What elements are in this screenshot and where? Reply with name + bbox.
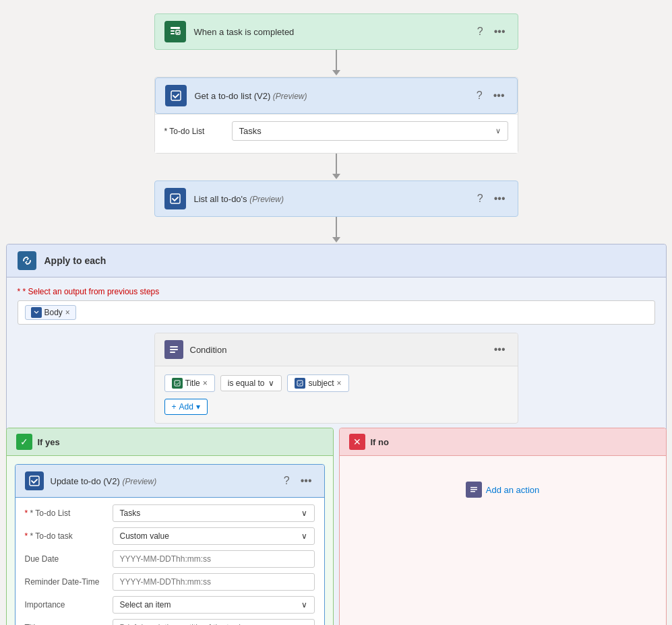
condition-card: Condition ••• bbox=[154, 333, 518, 424]
connector-3 bbox=[332, 217, 340, 244]
trigger-actions: ? ••• bbox=[475, 24, 508, 39]
subject-token: subject × bbox=[287, 374, 348, 392]
todo-check-icon bbox=[165, 85, 187, 106]
branch-no: ✕ If no bbox=[339, 428, 667, 625]
yes-icon: ✓ bbox=[16, 434, 32, 450]
operator-dropdown[interactable]: is equal to ∨ bbox=[220, 375, 282, 391]
reminder-input[interactable] bbox=[113, 573, 315, 591]
subject-token-close[interactable]: × bbox=[336, 379, 341, 388]
add-action-icon bbox=[466, 482, 482, 498]
apply-each-header: Apply to each bbox=[7, 244, 666, 277]
no-icon: ✕ bbox=[349, 434, 365, 450]
apply-each-title: Apply to each bbox=[44, 255, 106, 266]
trigger-title: When a task is completed bbox=[194, 27, 475, 37]
apply-each-container: Apply to each * * Select an output from … bbox=[6, 244, 667, 625]
list-todos-actions: ? ••• bbox=[475, 191, 508, 206]
get-todo-more-btn[interactable]: ••• bbox=[491, 88, 508, 103]
add-action-label: Add an action bbox=[486, 485, 540, 495]
svg-rect-0 bbox=[171, 27, 180, 29]
list-todos-card: List all to-do's (Preview) ? ••• bbox=[154, 180, 518, 217]
list-todos-icon bbox=[164, 188, 186, 209]
svg-rect-7 bbox=[170, 349, 178, 350]
todo-list-row: * To-do List Tasks ∨ bbox=[164, 121, 508, 141]
svg-rect-1 bbox=[171, 30, 175, 32]
svg-rect-10 bbox=[297, 381, 303, 386]
update-todo-icon bbox=[25, 471, 44, 490]
output-token-input[interactable]: Body × bbox=[18, 300, 655, 325]
get-todo-title: Get a to-do list (V2) (Preview) bbox=[195, 91, 474, 101]
connector-2 bbox=[332, 154, 340, 180]
branch-no-label: If no bbox=[371, 437, 389, 447]
subject-token-icon bbox=[295, 378, 305, 389]
get-todo-body: * To-do List Tasks ∨ bbox=[155, 114, 518, 153]
list-todos-help-btn[interactable]: ? bbox=[475, 191, 486, 206]
branch-yes-header: ✓ If yes bbox=[7, 428, 333, 456]
update-todo-header: Update to-do (V2) (Preview) ? ••• bbox=[16, 465, 324, 498]
due-date-row: Due Date bbox=[25, 550, 315, 568]
branch-no-body: Add an action bbox=[340, 456, 666, 523]
update-todo-help-btn[interactable]: ? bbox=[281, 473, 293, 488]
svg-rect-12 bbox=[470, 487, 477, 488]
todo-list-select[interactable]: Tasks ∨ bbox=[232, 121, 508, 141]
title-token-label: Title bbox=[185, 379, 200, 388]
apply-each-icon bbox=[18, 251, 36, 270]
branches-row: ✓ If yes bbox=[6, 424, 667, 625]
connector-1 bbox=[332, 50, 340, 77]
due-date-label: Due Date bbox=[25, 554, 113, 564]
list-todos-title: List all to-do's (Preview) bbox=[194, 194, 475, 204]
trigger-help-btn[interactable]: ? bbox=[475, 24, 486, 39]
update-todo-task-row: * To-do task Custom value ∨ bbox=[25, 527, 315, 545]
condition-more-btn[interactable]: ••• bbox=[491, 342, 508, 357]
svg-rect-2 bbox=[171, 33, 175, 34]
title-token-close[interactable]: × bbox=[203, 379, 208, 388]
condition-title: Condition bbox=[190, 345, 491, 355]
update-todo-list-row: * To-do List Tasks ∨ bbox=[25, 504, 315, 522]
branch-yes: ✓ If yes bbox=[6, 428, 334, 625]
reminder-label: Reminder Date-Time bbox=[25, 577, 113, 587]
importance-select[interactable]: Select an item ∨ bbox=[113, 596, 315, 614]
update-todo-more-btn[interactable]: ••• bbox=[298, 473, 315, 488]
body-token-icon bbox=[31, 307, 42, 318]
svg-rect-14 bbox=[470, 491, 475, 492]
update-todo-task-chevron: ∨ bbox=[301, 531, 307, 541]
svg-rect-8 bbox=[170, 352, 175, 353]
trigger-card: When a task is completed ? ••• bbox=[154, 13, 518, 50]
branch-yes-label: If yes bbox=[38, 437, 60, 447]
update-todo-list-label: * To-do List bbox=[25, 508, 113, 518]
condition-container: Condition ••• bbox=[18, 333, 655, 625]
add-action-btn[interactable]: Add an action bbox=[460, 476, 545, 503]
update-todo-task-select[interactable]: Custom value ∨ bbox=[113, 527, 315, 545]
branch-no-header: ✕ If no bbox=[340, 428, 666, 456]
update-todo-list-select[interactable]: Tasks ∨ bbox=[113, 504, 315, 522]
list-todos-more-btn[interactable]: ••• bbox=[491, 191, 508, 206]
importance-chevron: ∨ bbox=[301, 600, 307, 610]
condition-row: Title × is equal to ∨ bbox=[164, 374, 508, 392]
subject-token-label: subject bbox=[308, 379, 334, 388]
body-token-close[interactable]: × bbox=[65, 308, 70, 317]
todo-list-chevron: ∨ bbox=[495, 127, 501, 135]
todo-list-label: * To-do List bbox=[164, 127, 232, 136]
get-todo-actions: ? ••• bbox=[474, 88, 508, 103]
svg-rect-6 bbox=[170, 346, 178, 348]
importance-label: Importance bbox=[25, 600, 113, 610]
add-condition-btn-row: + + Add Add ▾ bbox=[164, 399, 508, 415]
get-todo-header: Get a to-do list (V2) (Preview) ? ••• bbox=[155, 77, 518, 114]
reminder-row: Reminder Date-Time bbox=[25, 573, 315, 591]
add-condition-btn[interactable]: + + Add Add ▾ bbox=[164, 399, 208, 415]
due-date-input[interactable] bbox=[113, 550, 315, 568]
title-token: Title × bbox=[164, 374, 215, 392]
operator-chevron: ∨ bbox=[268, 379, 274, 388]
update-todo-list-chevron: ∨ bbox=[301, 508, 307, 518]
get-todo-help-btn[interactable]: ? bbox=[474, 88, 485, 103]
title-field-row: Title bbox=[25, 619, 315, 625]
trigger-more-btn[interactable]: ••• bbox=[491, 24, 508, 39]
importance-row: Importance Select an item ∨ bbox=[25, 596, 315, 614]
svg-rect-9 bbox=[175, 381, 180, 386]
body-token: Body × bbox=[25, 305, 76, 320]
condition-actions: ••• bbox=[491, 342, 508, 357]
planner-icon bbox=[164, 21, 186, 42]
update-todo-title: Update to-do (V2) (Preview) bbox=[51, 476, 281, 486]
title-field-input[interactable] bbox=[113, 619, 315, 625]
condition-header: Condition ••• bbox=[155, 333, 518, 366]
condition-icon bbox=[164, 340, 183, 359]
